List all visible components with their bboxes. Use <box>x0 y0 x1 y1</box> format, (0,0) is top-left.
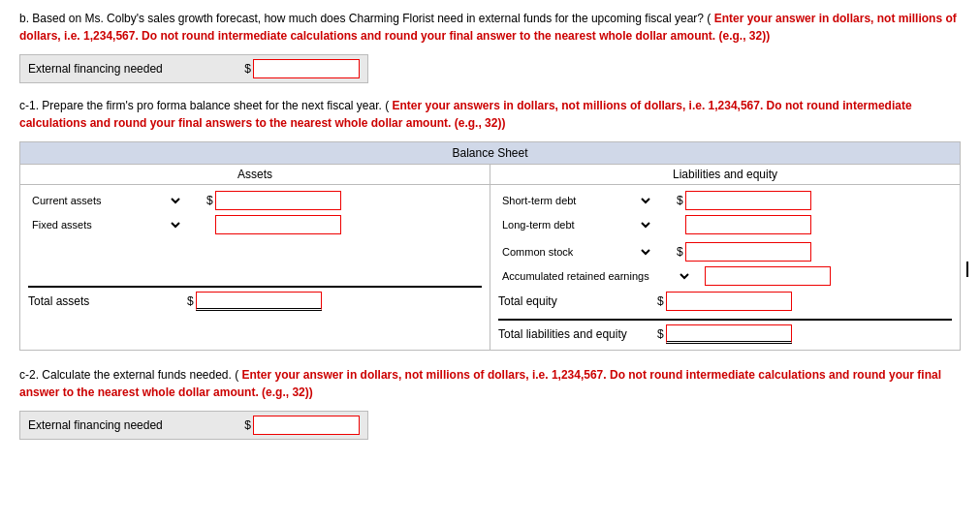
bs-assets-header: Assets <box>20 165 490 184</box>
total-equity-label: Total equity <box>498 294 653 308</box>
fixed-assets-select[interactable]: Fixed assets <box>28 218 183 231</box>
bs-assets-section: Current assets $ Fixed assets $ <box>20 185 490 350</box>
section-c1-question: c-1. Prepare the firm's pro forma balanc… <box>19 97 961 132</box>
bs-col-headers: Assets Liabilities and equity <box>20 165 960 185</box>
retained-earnings-label-container: Accumulated retained earnings <box>498 269 692 283</box>
bs-title: Balance Sheet <box>20 142 960 165</box>
long-term-debt-label-container: Long-term debt <box>498 218 673 231</box>
section-c2-text: Calculate the external funds needed. ( <box>42 368 238 382</box>
section-c1: c-1. Prepare the firm's pro forma balanc… <box>19 97 961 351</box>
bs-retained-earnings-row: Accumulated retained earnings $ <box>498 266 952 286</box>
bs-long-term-debt-row: Long-term debt $ <box>498 215 952 234</box>
section-b-text: Based on Ms. Colby's sales growth foreca… <box>32 12 711 25</box>
ext-financing-label-b: External financing needed <box>28 62 244 76</box>
current-assets-input[interactable] <box>215 191 341 210</box>
current-assets-label-container: Current assets <box>28 194 203 207</box>
ext-financing-label-c2: External financing needed <box>28 418 244 432</box>
total-liabilities-row: Total liabilities and equity $ <box>498 319 952 344</box>
section-b: b. Based on Ms. Colby's sales growth for… <box>19 10 961 83</box>
bs-common-stock-row: Common stock $ <box>498 242 952 262</box>
long-term-debt-select[interactable]: Long-term debt <box>498 218 653 231</box>
section-c1-prefix: c-1. <box>19 99 39 112</box>
cursor-indicator <box>966 262 968 277</box>
bs-short-term-debt-row: Short-term debt $ <box>498 191 952 210</box>
bs-liabilities-section: Short-term debt $ Long-term debt $ <box>490 185 960 350</box>
bs-dollar-total-equity: $ <box>657 294 664 308</box>
section-b-question: b. Based on Ms. Colby's sales growth for… <box>19 10 961 45</box>
section-b-prefix: b. <box>19 12 29 25</box>
total-assets-label: Total assets <box>28 294 183 308</box>
common-stock-label-container: Common stock <box>498 245 673 259</box>
retained-earnings-select[interactable]: Accumulated retained earnings <box>498 269 692 283</box>
total-assets-row: Total assets $ <box>28 286 482 311</box>
bs-dollar-stdebt: $ <box>677 194 683 207</box>
long-term-debt-input[interactable] <box>685 215 811 234</box>
section-c2: c-2. Calculate the external funds needed… <box>19 366 961 440</box>
common-stock-select[interactable]: Common stock <box>498 245 653 259</box>
bs-dollar-total-assets: $ <box>187 294 194 308</box>
bs-dollar-current: $ <box>206 194 213 207</box>
short-term-debt-label-container: Short-term debt <box>498 194 673 207</box>
dollar-sign-b: $ <box>244 62 251 76</box>
ext-financing-input-b[interactable] <box>253 59 360 78</box>
total-assets-input[interactable] <box>196 292 322 311</box>
ext-financing-row-c2: External financing needed $ <box>19 411 368 440</box>
dollar-sign-c2: $ <box>244 418 251 432</box>
bs-liabilities-header: Liabilities and equity <box>490 165 960 184</box>
current-assets-select[interactable]: Current assets <box>28 194 183 207</box>
total-liabilities-label: Total liabilities and equity <box>498 327 653 341</box>
short-term-debt-input[interactable] <box>685 191 811 210</box>
section-c2-question: c-2. Calculate the external funds needed… <box>19 366 961 401</box>
bs-dollar-common: $ <box>677 245 683 259</box>
equity-section: Common stock $ Accumulated retained earn… <box>498 242 952 311</box>
bs-dollar-total-liab: $ <box>657 327 664 341</box>
fixed-assets-input[interactable] <box>215 215 341 234</box>
fixed-assets-label-container: Fixed assets <box>28 218 203 231</box>
short-term-debt-select[interactable]: Short-term debt <box>498 194 653 207</box>
ext-financing-input-c2[interactable] <box>253 416 360 435</box>
section-c2-prefix: c-2. <box>19 368 39 382</box>
bs-body: Current assets $ Fixed assets $ <box>20 185 960 350</box>
retained-earnings-input[interactable] <box>705 266 831 286</box>
common-stock-input[interactable] <box>685 242 811 262</box>
ext-financing-row-b: External financing needed $ <box>19 54 368 83</box>
bs-current-assets-row: Current assets $ <box>28 191 482 210</box>
total-equity-input[interactable] <box>666 292 792 311</box>
balance-sheet: Balance Sheet Assets Liabilities and equ… <box>19 141 961 351</box>
bs-fixed-assets-row: Fixed assets $ <box>28 215 482 234</box>
total-liabilities-input[interactable] <box>666 324 792 344</box>
section-c1-text: Prepare the firm's pro forma balance she… <box>42 99 389 112</box>
total-equity-row: Total equity $ <box>498 292 952 311</box>
